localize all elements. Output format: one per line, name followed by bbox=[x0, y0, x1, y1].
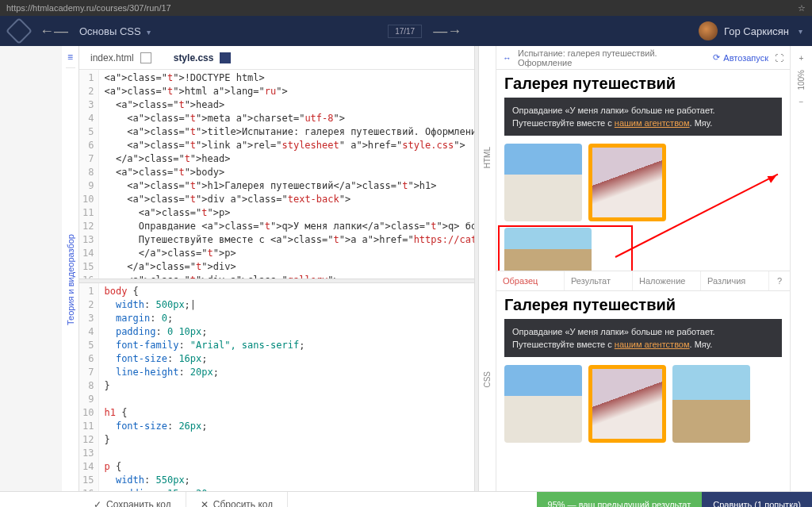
tab-sample[interactable]: Образец bbox=[496, 271, 565, 290]
text-back-box: Оправдание «У меня лапки» больше не рабо… bbox=[504, 319, 782, 357]
save-button[interactable]: ✓Сохранить код bbox=[79, 492, 186, 507]
chevron-down-icon: ▾ bbox=[799, 27, 802, 36]
nav-forward-button[interactable]: —→ bbox=[433, 23, 462, 40]
css-label: CSS bbox=[483, 371, 492, 388]
html-code-view: 123456789101112131415161718 <a">class="t… bbox=[79, 70, 474, 278]
progress-bar: 95% — ваш предыдущий результат bbox=[537, 492, 703, 507]
user-name: Гор Саркисян bbox=[724, 25, 789, 37]
html-source[interactable]: <a">class="t">!DOCTYPE html> <a">class="… bbox=[99, 70, 474, 278]
step-counter: 17/17 bbox=[388, 25, 422, 38]
expand-icon[interactable]: ↔ bbox=[503, 53, 511, 63]
diff-highlight-box bbox=[498, 225, 633, 271]
autorun-label: Автозапуск bbox=[723, 53, 768, 63]
css-source[interactable]: body { width: 500px;| margin: 0; padding… bbox=[99, 283, 309, 492]
japan-image bbox=[588, 144, 666, 221]
agency-link[interactable]: нашим агентством bbox=[615, 340, 690, 349]
compare-button[interactable]: Сравнить (1 попытка) bbox=[702, 492, 812, 507]
preview-result: Галерея путешествий Оправдание «У меня л… bbox=[496, 291, 790, 492]
tab-index-html[interactable]: index.html bbox=[79, 46, 163, 69]
user-menu[interactable]: Гор Саркисян ▾ bbox=[699, 21, 802, 40]
star-icon[interactable]: ☆ bbox=[798, 0, 806, 16]
topbar: ←— Основы CSS ▾ 17/17 —→ Гор Саркисян ▾ bbox=[0, 16, 812, 46]
theory-sidebar[interactable]: ≡ Теория и видеоразбор bbox=[62, 46, 79, 491]
breadcrumb-label: Основы CSS bbox=[79, 25, 141, 37]
gallery-heading: Галерея путешествий bbox=[504, 75, 782, 93]
css-code-view: 12345678910111213141516171819202122 body… bbox=[79, 283, 474, 492]
preview-pane: HTML CSS ↔ Испытание: галерея путешестви… bbox=[479, 46, 812, 491]
footer: ✓Сохранить код ✕Сбросить код 95% — ваш п… bbox=[0, 491, 812, 507]
text-back-box: Оправдание «У меня лапки» больше не рабо… bbox=[504, 98, 782, 136]
tab-label: index.html bbox=[90, 52, 134, 63]
nav-back-button[interactable]: ←— bbox=[40, 23, 68, 40]
fullscreen-icon[interactable]: ⛶ bbox=[775, 53, 783, 63]
preview-side-labels: HTML CSS bbox=[479, 46, 496, 491]
reset-button[interactable]: ✕Сбросить код bbox=[186, 492, 288, 507]
autorun-toggle[interactable]: ⟳ Автозапуск bbox=[713, 52, 768, 63]
gallery-heading: Галерея путешествий bbox=[504, 296, 782, 314]
zoom-controls: + 100% − bbox=[790, 46, 812, 491]
menu-icon[interactable]: ≡ bbox=[66, 46, 75, 68]
greece-image bbox=[504, 365, 582, 443]
tab-indicator-icon bbox=[140, 52, 151, 63]
japan-image bbox=[588, 365, 666, 443]
tab-label: style.css bbox=[174, 52, 214, 63]
tab-style-css[interactable]: style.css bbox=[163, 46, 243, 69]
chevron-down-icon: ▾ bbox=[147, 28, 151, 36]
zoom-level: 100% bbox=[797, 70, 806, 90]
zoom-out-button[interactable]: − bbox=[795, 95, 809, 109]
url-text: https://htmlacademy.ru/courses/307/run/1… bbox=[6, 0, 171, 16]
avatar bbox=[699, 21, 718, 40]
tab-overlay[interactable]: Наложение bbox=[633, 271, 701, 290]
preview-expected: Галерея путешествий Оправдание «У меня л… bbox=[496, 70, 790, 271]
zoom-in-button[interactable]: + bbox=[795, 51, 809, 65]
preview-tabs: Образец Результат Наложение Различия ? bbox=[496, 271, 790, 291]
theory-label: Теория и видеоразбор bbox=[66, 234, 75, 325]
agency-link[interactable]: нашим агентством bbox=[615, 118, 690, 128]
help-icon[interactable]: ? bbox=[769, 271, 790, 290]
check-icon: ✓ bbox=[94, 499, 102, 508]
tab-result[interactable]: Результат bbox=[565, 271, 633, 290]
preview-title: Испытание: галерея путешествий. Оформлен… bbox=[518, 48, 707, 67]
html-label: HTML bbox=[483, 147, 492, 168]
greece-image bbox=[504, 144, 582, 221]
tab-diff[interactable]: Различия bbox=[701, 271, 769, 290]
turkey-image bbox=[672, 365, 750, 443]
refresh-icon: ⟳ bbox=[713, 52, 720, 63]
close-icon: ✕ bbox=[201, 499, 209, 508]
breadcrumb[interactable]: Основы CSS ▾ bbox=[79, 25, 151, 37]
tab-indicator-icon bbox=[220, 52, 231, 63]
logo-icon[interactable] bbox=[6, 17, 33, 44]
left-gutter bbox=[0, 46, 62, 491]
editor-pane: index.html style.css 1234567891011121314… bbox=[79, 46, 474, 491]
file-tabs: index.html style.css bbox=[79, 46, 474, 70]
